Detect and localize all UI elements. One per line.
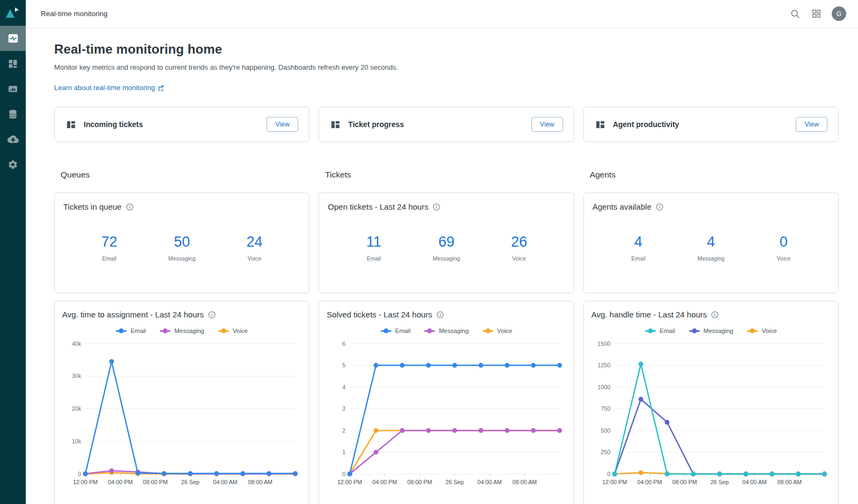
info-icon[interactable]	[437, 311, 444, 318]
legend-item-voice[interactable]: Voice	[218, 328, 248, 334]
external-link-icon	[158, 85, 164, 91]
sidebar-item-exports[interactable]	[0, 127, 26, 152]
dashboard-card-ticket-progress: Ticket progress View	[319, 107, 574, 142]
chart-legend: EmailMessagingVoice	[62, 328, 301, 334]
info-icon[interactable]	[126, 203, 134, 211]
metric-value: 26	[503, 234, 535, 250]
metric-email: 11 Email	[358, 234, 390, 262]
chart-canvas: 025050075010001250150012:00 PM04:00 PM08…	[591, 336, 831, 492]
stat-card-open-tickets: Open tickets - Last 24 hours 11 Email 69	[319, 192, 574, 293]
legend-item-email[interactable]: Email	[116, 328, 146, 334]
view-agent-productivity-button[interactable]: View	[796, 117, 827, 132]
svg-text:04:00 AM: 04:00 AM	[478, 479, 502, 485]
settings-gear-icon	[8, 159, 18, 170]
view-ticket-progress-button[interactable]: View	[531, 117, 563, 132]
metrics-row: 4 Email 4 Messaging 0 Voice	[593, 234, 830, 262]
svg-text:500: 500	[601, 427, 610, 434]
page-subtitle: Monitor key metrics and respond to curre…	[54, 63, 839, 71]
app-switcher-button[interactable]	[811, 8, 822, 19]
sidebar-item-reports[interactable]	[0, 76, 26, 101]
svg-text:3: 3	[343, 405, 346, 412]
svg-text:26 Sep: 26 Sep	[446, 479, 464, 485]
sidebar	[0, 0, 26, 504]
sidebar-item-settings[interactable]	[0, 152, 26, 177]
view-incoming-tickets-button[interactable]: View	[267, 117, 298, 132]
learn-about-link-label: Learn about real-time monitoring	[54, 84, 155, 92]
legend-item-email[interactable]: Email	[381, 328, 411, 334]
legend-marker	[381, 330, 391, 332]
dashboard-cards-row: Incoming tickets View Ticket progress Vi…	[54, 107, 839, 142]
dashboard-icon	[331, 120, 340, 129]
explore-logo[interactable]	[0, 0, 26, 26]
info-icon[interactable]	[433, 203, 440, 211]
svg-text:750: 750	[601, 405, 610, 412]
legend-marker	[160, 330, 171, 332]
legend-item-messaging[interactable]: Messaging	[424, 328, 469, 334]
info-icon[interactable]	[208, 311, 216, 318]
grid-icon	[812, 9, 821, 18]
metric-value: 72	[93, 234, 125, 250]
metric-email: 72 Email	[93, 234, 125, 262]
legend-label: Email	[395, 328, 411, 334]
legend-item-voice[interactable]: Voice	[483, 328, 512, 334]
svg-text:0: 0	[78, 471, 81, 477]
metric-label: Messaging	[430, 255, 462, 262]
section-title-tickets: Tickets	[325, 170, 574, 180]
datasets-database-icon	[8, 109, 18, 120]
legend-marker	[645, 330, 656, 332]
metrics-row: 72 Email 50 Messaging 24 Voice	[63, 234, 300, 262]
svg-text:0: 0	[343, 471, 346, 477]
metric-voice: 24 Voice	[239, 234, 271, 262]
learn-about-link[interactable]: Learn about real-time monitoring	[54, 84, 164, 92]
svg-text:04:00 PM: 04:00 PM	[373, 479, 397, 485]
line-chart: 025050075010001250150012:00 PM04:00 PM08…	[591, 336, 831, 494]
legend-label: Email	[130, 328, 146, 334]
metric-label: Messaging	[166, 255, 198, 262]
section-headers-row: Queues Tickets Agents	[54, 170, 839, 180]
svg-text:5: 5	[343, 362, 346, 368]
sidebar-item-dashboards[interactable]	[0, 51, 26, 76]
metric-value: 69	[430, 234, 462, 250]
sidebar-item-datasets[interactable]	[0, 101, 26, 127]
dashboard-card-agent-productivity: Agent productivity View	[583, 107, 839, 142]
topbar-actions: G	[789, 6, 846, 21]
stat-card-agents-available: Agents available 4 Email 4	[583, 192, 839, 293]
chart-cards-row: Avg. time to assignment - Last 24 hours …	[54, 301, 839, 504]
svg-text:08:00 PM: 08:00 PM	[408, 479, 432, 485]
legend-item-email[interactable]: Email	[645, 328, 675, 334]
svg-text:1250: 1250	[597, 362, 610, 368]
svg-text:04:00 AM: 04:00 AM	[213, 479, 238, 485]
line-chart: 012345612:00 PM04:00 PM08:00 PM26 Sep04:…	[327, 336, 566, 494]
chart-title: Solved tickets - Last 24 hours	[327, 310, 432, 319]
svg-text:6: 6	[343, 340, 346, 347]
legend-label: Voice	[497, 328, 512, 334]
metric-label: Email	[93, 255, 125, 262]
svg-text:26 Sep: 26 Sep	[181, 479, 199, 485]
svg-text:08:00 PM: 08:00 PM	[672, 479, 697, 485]
avatar[interactable]: G	[832, 6, 846, 21]
svg-text:12:00 PM: 12:00 PM	[73, 479, 98, 485]
metric-voice: 0 Voice	[767, 234, 800, 262]
svg-text:08:00 PM: 08:00 PM	[143, 479, 168, 485]
explore-logo-icon	[6, 6, 20, 19]
info-icon[interactable]	[711, 311, 719, 318]
sidebar-item-live-monitoring[interactable]	[0, 26, 26, 51]
stat-card-title: Open tickets - Last 24 hours	[328, 202, 428, 211]
legend-item-voice[interactable]: Voice	[747, 328, 776, 334]
svg-text:08:00 AM: 08:00 AM	[777, 479, 802, 485]
legend-label: Voice	[761, 328, 776, 334]
info-icon[interactable]	[656, 203, 663, 211]
dashboard-card-label: Ticket progress	[348, 120, 404, 129]
page-content: Real-time monitoring home Monitor key me…	[26, 28, 858, 504]
svg-text:04:00 PM: 04:00 PM	[637, 479, 662, 485]
legend-item-messaging[interactable]: Messaging	[160, 328, 204, 334]
metric-label: Voice	[503, 255, 535, 262]
legend-item-messaging[interactable]: Messaging	[689, 328, 734, 334]
svg-text:30k: 30k	[72, 373, 82, 379]
page-title: Real-time monitoring home	[54, 42, 839, 57]
svg-text:1500: 1500	[597, 340, 610, 347]
search-button[interactable]	[789, 8, 801, 20]
svg-text:4: 4	[343, 384, 346, 390]
reports-bar-chart-icon	[8, 84, 18, 94]
metric-label: Voice	[239, 255, 271, 262]
